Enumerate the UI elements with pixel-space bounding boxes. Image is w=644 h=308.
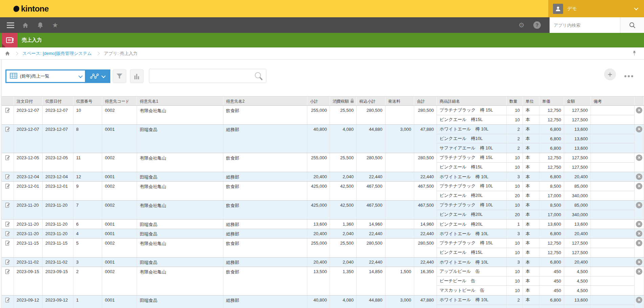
product-row: アップルビール 缶10本4504,500 <box>437 267 635 276</box>
notifications-bell-icon[interactable] <box>36 21 45 29</box>
menu-icon[interactable] <box>6 21 15 29</box>
column-header: 消費税額 <box>330 97 357 105</box>
product-unit: 本 <box>523 220 539 229</box>
delete-record-button[interactable]: × <box>635 258 644 267</box>
delete-record-button[interactable]: × <box>635 201 644 219</box>
product-amount <box>564 305 591 308</box>
product-amount: 13,600 <box>564 134 591 143</box>
cell-total: 14,960 <box>414 220 437 229</box>
cell-shipping: 3,000 <box>385 295 414 308</box>
edit-record-button[interactable] <box>2 229 14 238</box>
edit-record-button[interactable] <box>2 295 14 308</box>
product-qty: 2 <box>507 143 523 153</box>
pin-icon[interactable] <box>632 50 637 56</box>
cell-slip-date: 2023-12-05 <box>43 153 73 172</box>
delete-record-button[interactable]: × <box>635 106 644 124</box>
cell-customer-code: 0002 <box>102 106 137 124</box>
edit-record-button[interactable] <box>2 153 14 172</box>
edit-record-button[interactable] <box>2 182 14 200</box>
home-icon[interactable] <box>21 21 30 29</box>
view-selector-current[interactable]: (前年)売上一覧 <box>6 70 85 82</box>
delete-record-button[interactable]: × <box>635 239 644 257</box>
delete-record-button[interactable]: × <box>635 153 644 172</box>
edit-record-button[interactable] <box>2 267 14 295</box>
delete-record-button[interactable]: × <box>635 182 644 200</box>
cell-customer-name2: 総務部 <box>223 295 307 308</box>
graph-menu-button[interactable] <box>85 70 109 82</box>
cell-customer-name1: 田端食品 <box>137 229 223 238</box>
help-icon[interactable]: ? <box>533 21 541 29</box>
chart-button[interactable] <box>130 69 143 83</box>
add-record-button[interactable]: + <box>604 68 616 80</box>
delete-record-button[interactable]: × <box>635 125 644 153</box>
edit-record-button[interactable] <box>2 201 14 219</box>
product-unit: 本 <box>523 239 539 248</box>
product-price: 6,800 <box>539 134 564 143</box>
product-price: 450 <box>539 276 564 286</box>
cell-customer-code: 0002 <box>102 267 137 295</box>
more-options-button[interactable] <box>623 74 635 79</box>
cell-order-date: 2023-12-05 <box>14 153 43 172</box>
cell-shipping <box>385 229 414 238</box>
view-selector[interactable]: (前年)売上一覧 <box>5 69 110 83</box>
cell-subtotal: 255,000 <box>307 153 330 172</box>
kintone-logo[interactable]: kintone <box>13 4 49 14</box>
column-header: 小計 <box>307 97 330 105</box>
search-icon[interactable] <box>254 71 263 81</box>
edit-record-button[interactable] <box>2 172 14 181</box>
cell-slip-no: 10 <box>73 106 102 124</box>
cell-total: 467,500 <box>414 182 437 200</box>
product-qty: 10 <box>507 182 523 191</box>
table-row: 2023-12-042023-12-04120001田端食品総務部20,4002… <box>2 172 644 182</box>
nav-right-group: ⚙ ? <box>518 17 644 33</box>
product-unit: 本 <box>523 163 539 172</box>
cell-order-date: 2023-11-20 <box>14 220 43 229</box>
delete-x-icon: × <box>636 107 642 114</box>
breadcrumb-space-link[interactable]: スペース: [demo]販売管理システム <box>22 50 92 57</box>
column-header: 単価 <box>539 97 564 105</box>
edit-record-button[interactable] <box>2 106 14 124</box>
cell-order-date: 2023-11-20 <box>14 229 43 238</box>
product-note <box>591 258 635 267</box>
product-row: プラチナブラック 樽 15L10本12,750127,500 <box>437 153 635 163</box>
cell-slip-no: 1 <box>73 295 102 308</box>
edit-record-button[interactable] <box>2 125 14 153</box>
product-price: 6,800 <box>539 125 564 134</box>
breadcrumb-home-icon[interactable] <box>5 51 10 56</box>
cell-subtotal: 425,000 <box>307 182 330 200</box>
app-icon[interactable] <box>2 33 17 47</box>
gear-icon[interactable]: ⚙ <box>518 22 525 28</box>
cell-order-date: 2023-11-15 <box>14 239 43 257</box>
cell-slip-no: 2 <box>73 267 102 295</box>
app-search-button[interactable] <box>620 17 644 33</box>
cell-total: 280,500 <box>414 239 437 257</box>
delete-record-button[interactable]: × <box>635 172 644 181</box>
cell-customer-name1: 田端食品 <box>137 172 223 181</box>
cell-customer-code: 0001 <box>102 220 137 229</box>
chevron-down-icon <box>101 74 106 78</box>
delete-record-button[interactable]: × <box>635 295 644 308</box>
product-unit: 本 <box>523 201 539 210</box>
record-search-input[interactable] <box>149 69 254 83</box>
product-unit: 本 <box>523 258 539 267</box>
delete-x-icon: × <box>636 202 642 208</box>
delete-record-button[interactable]: × <box>635 267 644 295</box>
edit-record-button[interactable] <box>2 239 14 257</box>
delete-record-button[interactable]: × <box>635 229 644 238</box>
filter-button[interactable] <box>113 69 126 83</box>
delete-record-button[interactable]: × <box>635 220 644 229</box>
favorites-star-icon[interactable]: ★ <box>51 21 60 29</box>
edit-record-button[interactable] <box>2 220 14 229</box>
product-note <box>591 295 635 305</box>
product-price: 6,800 <box>539 172 564 181</box>
cell-customer-code: 0001 <box>102 125 137 153</box>
cell-slip-date: 2023-11-02 <box>43 258 73 267</box>
table-row: 2023-12-012023-12-0190002有限会社亀山飲食部425,00… <box>2 182 644 201</box>
product-price: 12,750 <box>539 239 564 248</box>
user-menu[interactable]: デモ <box>548 0 644 17</box>
product-rows: ホワイトエール 樽 10L3本6,80020,400 <box>437 229 635 238</box>
edit-record-button[interactable] <box>2 258 14 267</box>
app-search-input[interactable] <box>550 17 620 33</box>
product-amount: 13,600 <box>564 143 591 153</box>
product-row: サファイアエール 樽 10L2本6,80013,600 <box>437 143 635 153</box>
